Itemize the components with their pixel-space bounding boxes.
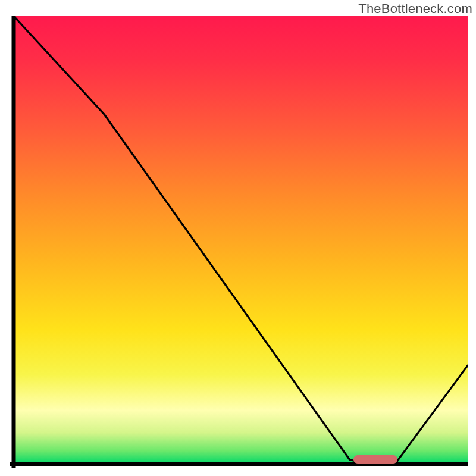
minimum-marker <box>353 455 397 464</box>
chart-plot-area <box>10 16 468 468</box>
chart-container: TheBottleneck.com <box>0 0 476 476</box>
watermark-text: TheBottleneck.com <box>358 1 472 17</box>
chart-svg <box>10 16 468 468</box>
chart-gradient-bg <box>14 16 468 464</box>
